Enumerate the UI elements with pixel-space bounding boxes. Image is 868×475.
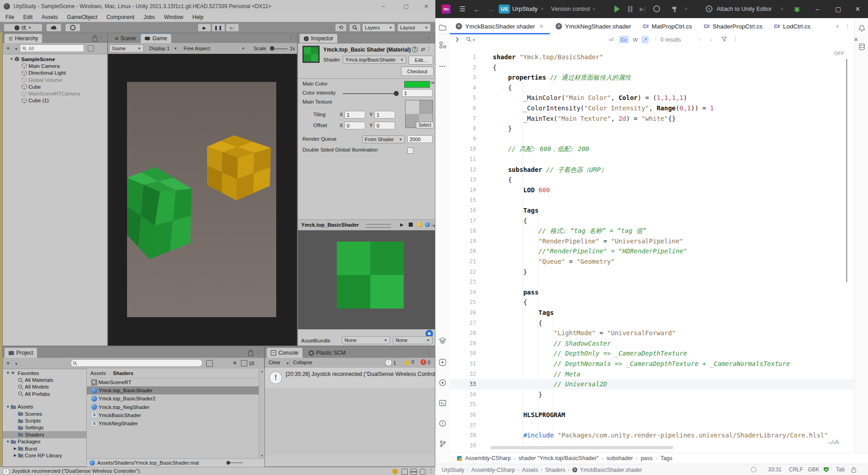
problems-tool-icon[interactable] <box>438 418 448 428</box>
search-history-caret[interactable]: ▾ <box>473 38 475 42</box>
code-line-5[interactable]: 5_MainColor("Main Color", Color) = (1,1,… <box>450 93 854 103</box>
code-line-31[interactable]: 31// DepthNormals => _CameraDepthTexture… <box>450 359 854 369</box>
undo-history-button[interactable]: ⟲ <box>335 24 347 32</box>
status-path-item[interactable]: Assembly-CSharp <box>471 467 515 473</box>
code-line-12[interactable]: 12subshader // 子着色器（URP） <box>450 165 854 175</box>
project-tree-core-rp-library[interactable]: ▶Core RP Library <box>3 452 86 458</box>
hierarchy-item-cube-1-[interactable]: Cube (1) <box>3 97 107 104</box>
tab-shaderpropctrl-cs[interactable]: C#ShaderPropCtrl.cs <box>698 18 769 34</box>
status-message[interactable]: Joystick reconnected ("DualSense Wireles… <box>12 468 141 474</box>
activity-icon[interactable] <box>392 469 398 474</box>
add-object-button[interactable]: + <box>6 45 10 52</box>
code-line-14[interactable]: 14LOD 600 <box>450 185 854 195</box>
attach-config-dropdown[interactable]: Attach to Unity Editor <box>717 5 772 12</box>
project-tree-packages[interactable]: ▼Packages <box>3 438 86 445</box>
status-path-item[interactable]: Assets <box>522 467 538 473</box>
assetbundle-variant-dropdown[interactable]: None▼ <box>393 336 433 344</box>
tab-hierarchy[interactable]: ☰ Hierarchy <box>5 34 42 43</box>
hidden-tabs-chevron-icon[interactable]: ˅ <box>836 24 839 29</box>
dock-icon[interactable] <box>410 469 417 475</box>
code-line-11[interactable]: 11 <box>450 154 854 165</box>
tab-game[interactable]: Game <box>141 34 171 43</box>
caret-position[interactable]: 33:31 <box>768 466 782 473</box>
close-find-icon[interactable]: ✕ <box>854 36 859 43</box>
project-file-ymckbasicshader[interactable]: SYmckBasicShader <box>87 411 259 419</box>
horizontal-scrollbar[interactable] <box>491 446 673 449</box>
code-line-36[interactable]: 36HLSLPROGRAM <box>450 410 854 420</box>
shader-dropdown[interactable]: Ymck.top/BasicShader▼ <box>343 56 406 64</box>
tiling-x-field[interactable]: 1 <box>344 111 365 119</box>
newline-icon[interactable]: ⏎ <box>609 37 613 43</box>
console-log-row[interactable]: ! [20:35:26] Joystick reconnected ("Dual… <box>265 368 435 388</box>
editor-scrollbar[interactable] <box>846 59 847 282</box>
run-tool-icon[interactable] <box>438 357 448 367</box>
game-viewport[interactable] <box>108 54 297 346</box>
menu-edit[interactable]: Edit <box>23 14 33 20</box>
play-button[interactable]: ▶ <box>198 24 211 32</box>
chevron-down-icon[interactable]: ˅ <box>685 7 687 11</box>
open-in-search-icon[interactable] <box>206 360 213 367</box>
code-line-21[interactable]: 21"Queue" = "Geometry" <box>450 256 854 267</box>
hierarchy-item-directional-light[interactable]: Directional Light <box>3 70 107 76</box>
inspector-menu-icon[interactable]: ⋮ <box>426 35 431 41</box>
code-line-38[interactable]: 38#include "Packages/com.unity.render-pi… <box>450 430 854 441</box>
code-line-29[interactable]: 29// ShadowCaster <box>450 338 854 349</box>
file-encoding[interactable]: GBK <box>808 466 819 473</box>
debug-bug-icon[interactable] <box>793 5 801 13</box>
checkout-button[interactable]: Checkout <box>401 66 434 76</box>
tab-plastic-scm[interactable]: Plastic SCM <box>305 348 349 358</box>
rider-minimize-button[interactable]: – <box>807 0 828 18</box>
scale-slider-knob[interactable] <box>270 46 274 51</box>
color-intensity-slider-knob[interactable] <box>394 91 399 96</box>
cloud-button[interactable] <box>46 24 61 32</box>
collapse-button[interactable]: Collapse <box>293 360 312 365</box>
edit-shader-button[interactable]: Edit... <box>409 56 433 65</box>
indent-style[interactable]: Tab <box>836 466 844 473</box>
project-search-input[interactable] <box>71 359 203 367</box>
info-count-badge[interactable]: ! 1 <box>385 359 396 366</box>
create-asset-button[interactable]: + <box>6 360 10 366</box>
code-line-19[interactable]: 19"RenderPipeline" = "UniversalPipeline" <box>450 236 854 247</box>
breadcrumb-item[interactable]: shader "Ymck.top/BasicShader" <box>519 455 599 461</box>
code-line-22[interactable]: 22} <box>450 267 854 277</box>
terminal-tool-icon[interactable] <box>438 398 448 408</box>
code-line-16[interactable]: 16Tags <box>450 205 854 216</box>
code-line-25[interactable]: 25{ <box>450 297 854 308</box>
search-icon[interactable] <box>466 37 472 43</box>
breadcrumb-item[interactable]: Tags <box>660 455 672 461</box>
status-path-item[interactable]: Shaders <box>545 467 566 473</box>
code-line-1[interactable]: 1shader "Ymck.top/BasicShader" <box>450 52 854 62</box>
build-hammer-icon[interactable] <box>671 6 678 13</box>
assetbundle-dropdown[interactable]: None▼ <box>342 336 390 344</box>
tab-matpropctrl-cs[interactable]: C#MatPropCtrl.cs <box>637 18 698 34</box>
code-line-17[interactable]: 17{ <box>450 216 854 226</box>
hierarchy-item-main-camera[interactable]: Main Camera <box>3 62 107 69</box>
project-tree-all-models[interactable]: All Models <box>3 384 86 390</box>
status-path-item[interactable]: UrpStudy <box>442 467 464 473</box>
code-line-15[interactable]: 15 <box>450 195 854 205</box>
code-line-23[interactable]: 23 <box>450 277 854 287</box>
tab-console[interactable]: ≡ Console <box>267 348 302 358</box>
database-tool-icon[interactable] <box>857 42 867 52</box>
color-intensity-field[interactable]: 1 <box>402 89 433 97</box>
project-tree-all-prefabs[interactable]: All Prefabs <box>3 390 86 397</box>
services-icon[interactable] <box>653 5 660 12</box>
breadcrumb-assets[interactable]: Assets <box>90 370 106 376</box>
unity-close-button[interactable]: ✕ <box>424 0 429 13</box>
search-preset-icon[interactable] <box>88 45 94 52</box>
font-size-widget[interactable]: AAA <box>828 438 839 446</box>
match-case-toggle[interactable]: Cc <box>619 36 629 43</box>
find-options-icon[interactable]: ⋮ <box>733 36 738 42</box>
project-tree-shaders[interactable]: Shaders <box>3 431 86 438</box>
menu-assets[interactable]: Assets <box>42 14 58 20</box>
game-target-dropdown[interactable]: Game▼ <box>109 44 144 52</box>
menu-jobs[interactable]: Jobs <box>143 14 155 20</box>
material-menu-icon[interactable]: ⋮ <box>426 46 431 52</box>
git-tool-icon[interactable] <box>438 439 448 449</box>
tab-lodctrl-cs[interactable]: C#LodCtrl.cs <box>768 18 816 34</box>
status-path-item[interactable]: YmckBasicShader.shader <box>580 467 642 473</box>
hierarchy-item-global-volume[interactable]: Global Volume <box>3 76 107 83</box>
pause-button[interactable]: ❚❚ <box>212 24 225 32</box>
more-tools-icon[interactable]: … <box>438 60 448 70</box>
menu-window[interactable]: Window <box>164 14 184 20</box>
